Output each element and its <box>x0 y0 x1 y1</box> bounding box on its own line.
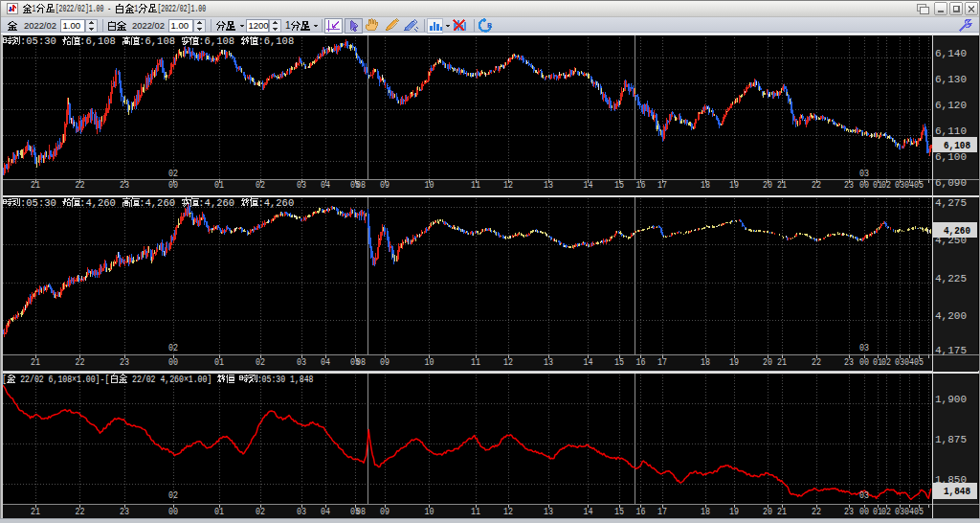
svg-text:03: 03 <box>895 507 904 517</box>
svg-text:6,120: 6,120 <box>935 100 967 111</box>
svg-text:14: 14 <box>584 507 593 517</box>
svg-text:02: 02 <box>168 343 178 353</box>
svg-text:23: 23 <box>844 507 854 517</box>
svg-text:15: 15 <box>614 507 624 517</box>
svg-text:04: 04 <box>321 357 330 368</box>
svg-text:6,090: 6,090 <box>935 177 967 189</box>
svg-text:02: 02 <box>881 507 891 517</box>
svg-text:08: 08 <box>356 507 366 517</box>
svg-text:1.00: 1.00 <box>63 20 81 31</box>
svg-text:1,900: 1,900 <box>935 394 967 405</box>
svg-text:10: 10 <box>425 507 434 517</box>
svg-text:6,140: 6,140 <box>935 48 967 59</box>
svg-text:20: 20 <box>763 357 772 368</box>
svg-text:10: 10 <box>425 357 434 368</box>
svg-text:16: 16 <box>636 357 646 368</box>
svg-text:11: 11 <box>471 357 480 368</box>
svg-text:04: 04 <box>321 507 330 517</box>
svg-text:22: 22 <box>812 357 821 368</box>
svg-text:23: 23 <box>120 357 129 368</box>
svg-text:03: 03 <box>297 180 306 191</box>
svg-text:20: 20 <box>763 507 772 517</box>
svg-text:13: 13 <box>544 507 553 517</box>
svg-text:1: 1 <box>285 20 291 31</box>
svg-text:1200: 1200 <box>249 20 269 31</box>
svg-text:00: 00 <box>168 180 178 191</box>
svg-text:10: 10 <box>425 180 434 191</box>
svg-text:11: 11 <box>471 180 480 191</box>
svg-text:00: 00 <box>168 507 178 517</box>
svg-text:21: 21 <box>777 180 787 191</box>
svg-text:00: 00 <box>859 507 869 517</box>
svg-text:4,225: 4,225 <box>935 273 967 284</box>
svg-text::4,260: :4,260 <box>139 197 181 209</box>
svg-text:13: 13 <box>544 180 553 191</box>
svg-text:02: 02 <box>881 357 891 368</box>
svg-text::6,108: :6,108 <box>257 35 294 47</box>
svg-text:20: 20 <box>763 180 772 191</box>
svg-text:22: 22 <box>812 180 821 191</box>
svg-text:00: 00 <box>168 357 178 368</box>
svg-text:1,875: 1,875 <box>935 434 967 445</box>
svg-text:09: 09 <box>380 180 390 191</box>
svg-text:23: 23 <box>120 507 129 517</box>
svg-text:19: 19 <box>729 357 739 368</box>
svg-text::05:30: :05:30 <box>20 197 62 209</box>
svg-text:03: 03 <box>859 343 869 353</box>
svg-text:[2022/02]1.00 -: [2022/02]1.00 - <box>56 4 115 14</box>
svg-text:05: 05 <box>914 180 924 191</box>
svg-text:22/02 4,260×1.00]: 22/02 4,260×1.00] <box>127 374 216 385</box>
svg-text:22: 22 <box>76 357 85 368</box>
svg-text:[2022/02]1.00: [2022/02]1.00 <box>157 4 206 14</box>
svg-text:21: 21 <box>777 357 787 368</box>
svg-text:14: 14 <box>584 357 593 368</box>
svg-text:02: 02 <box>881 180 891 191</box>
svg-text:6,100: 6,100 <box>935 151 967 163</box>
svg-text:09: 09 <box>380 507 390 517</box>
svg-text:17: 17 <box>657 357 667 368</box>
svg-text:22/02 6,108×1.00]-[: 22/02 6,108×1.00]-[ <box>15 374 109 385</box>
svg-text:R: R <box>487 21 492 30</box>
svg-text:19: 19 <box>729 180 739 191</box>
svg-text:16: 16 <box>636 507 646 517</box>
svg-text:03: 03 <box>297 357 306 368</box>
svg-text:4,200: 4,200 <box>935 310 967 322</box>
svg-text:21: 21 <box>31 180 40 191</box>
svg-text:23: 23 <box>844 180 854 191</box>
svg-text:17: 17 <box>657 180 667 191</box>
svg-text:21: 21 <box>31 357 40 368</box>
svg-text:2022/02: 2022/02 <box>132 20 165 31</box>
svg-text:04: 04 <box>321 180 330 191</box>
svg-text:08: 08 <box>356 180 366 191</box>
svg-text:23: 23 <box>120 180 129 191</box>
svg-text:1: 1 <box>33 4 36 14</box>
svg-text:12: 12 <box>503 357 513 368</box>
svg-text:00: 00 <box>859 180 869 191</box>
svg-text:1.00: 1.00 <box>171 20 189 31</box>
svg-text:22: 22 <box>812 507 821 517</box>
svg-text:21: 21 <box>777 507 787 517</box>
svg-text:6,108: 6,108 <box>944 140 970 151</box>
svg-text::4,260: :4,260 <box>79 197 122 209</box>
svg-text:04: 04 <box>904 507 914 517</box>
svg-text:1,848: 1,848 <box>944 486 970 497</box>
svg-text:05: 05 <box>914 357 924 368</box>
svg-text:01: 01 <box>214 180 224 191</box>
svg-text:09: 09 <box>380 357 390 368</box>
svg-text:18: 18 <box>701 507 710 517</box>
svg-text:22: 22 <box>76 507 85 517</box>
svg-text::6,108: :6,108 <box>139 35 181 47</box>
svg-text:04: 04 <box>904 180 914 191</box>
svg-text:03: 03 <box>895 357 904 368</box>
svg-text:03: 03 <box>297 507 306 517</box>
svg-text:03: 03 <box>859 169 869 179</box>
svg-text:04: 04 <box>904 357 914 368</box>
svg-text:00: 00 <box>859 357 869 368</box>
svg-text:15: 15 <box>614 357 624 368</box>
svg-text::4,260: :4,260 <box>198 197 240 209</box>
svg-text:2022/02: 2022/02 <box>24 20 56 31</box>
svg-text:1: 1 <box>134 4 138 14</box>
svg-text::4,260: :4,260 <box>257 197 294 209</box>
svg-text:02: 02 <box>168 169 178 179</box>
svg-text:15: 15 <box>614 180 624 191</box>
